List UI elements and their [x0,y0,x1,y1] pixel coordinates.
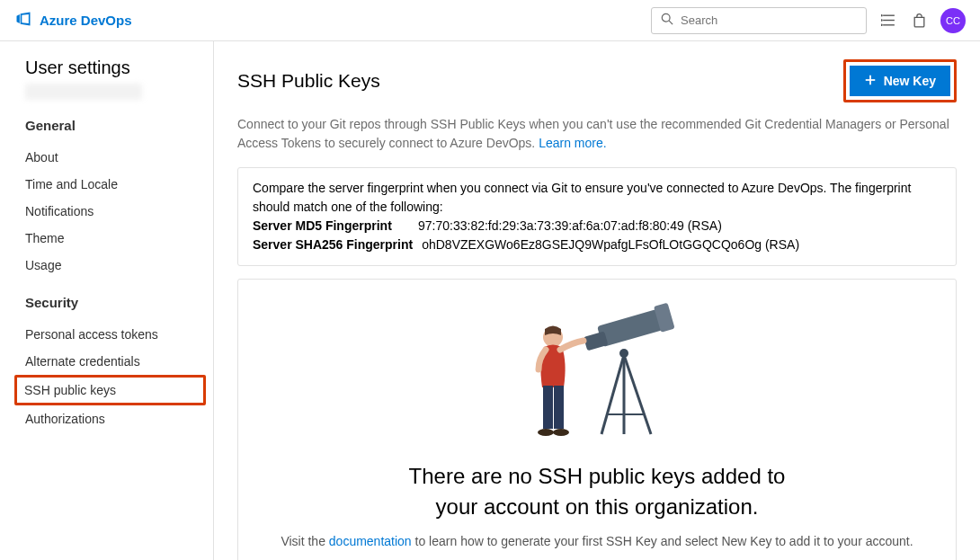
sidebar-item-usage[interactable]: Usage [25,252,213,279]
sidebar-item-about[interactable]: About [25,144,213,171]
sidebar-item-pat[interactable]: Personal access tokens [25,321,213,348]
plus-icon [864,74,877,89]
sidebar-section-security: Security [25,295,213,310]
svg-point-0 [662,13,670,22]
main-content: SSH Public Keys New Key Connect to your … [214,41,980,560]
svg-point-7 [881,24,882,25]
fingerprint-intro: Compare the server fingerprint when you … [253,179,941,217]
sidebar-title: User settings [25,58,213,78]
empty-title: There are no SSH public keys added toyou… [274,461,920,521]
search-icon [661,13,673,29]
user-avatar[interactable]: CC [940,8,966,33]
sidebar-item-authorizations[interactable]: Authorizations [25,405,213,432]
svg-rect-15 [584,331,608,351]
new-key-label: New Key [884,74,936,88]
svg-line-1 [669,21,673,24]
brand[interactable]: Azure DevOps [14,10,132,31]
topbar-right: CC [651,7,966,34]
list-view-icon[interactable] [879,12,897,30]
telescope-illustration-icon [512,299,682,447]
sidebar-item-time-locale[interactable]: Time and Locale [25,171,213,198]
sidebar-item-notifications[interactable]: Notifications [25,198,213,225]
new-key-highlight: New Key [843,59,957,102]
brand-text: Azure DevOps [40,13,132,28]
search-box[interactable] [651,7,867,34]
svg-point-5 [881,15,882,16]
sha256-label: Server SHA256 Fingerprint [253,236,413,254]
svg-line-10 [601,355,624,434]
svg-line-11 [624,355,651,434]
sidebar: User settings General About Time and Loc… [0,41,214,560]
svg-point-17 [619,349,628,358]
md5-label: Server MD5 Fingerprint [253,217,409,236]
documentation-link[interactable]: documentation [329,534,412,548]
page-title: SSH Public Keys [237,70,380,92]
learn-more-link[interactable]: Learn more. [539,136,606,150]
sidebar-item-alternate-credentials[interactable]: Alternate credentials [25,348,213,375]
empty-state: There are no SSH public keys added toyou… [237,279,957,560]
empty-subtitle: Visit the documentation to learn how to … [274,532,920,551]
sidebar-item-ssh-public-keys[interactable]: SSH public keys [24,383,196,397]
sidebar-section-general: General [25,118,213,133]
topbar: Azure DevOps CC [0,0,980,41]
svg-point-6 [881,20,882,21]
user-name-redacted [25,84,142,100]
page-subtitle: Connect to your Git repos through SSH Pu… [237,115,957,153]
azure-devops-logo-icon [14,10,32,31]
svg-rect-20 [554,386,564,429]
search-input[interactable] [681,13,857,27]
shopping-bag-icon[interactable] [910,12,928,30]
svg-point-21 [538,429,554,436]
new-key-button[interactable]: New Key [850,66,950,96]
md5-value: 97:70:33:82:fd:29:3a:73:39:af:6a:07:ad:f… [418,217,722,236]
fingerprint-box: Compare the server fingerprint when you … [237,167,957,266]
sidebar-item-theme[interactable]: Theme [25,225,213,252]
sidebar-item-ssh-highlight: SSH public keys [14,375,206,405]
svg-rect-19 [543,386,553,429]
sha256-value: ohD8VZEXGWo6Ez8GSEJQ9WpafgLFsOfLOtGGQCQo… [422,236,799,254]
svg-point-22 [553,429,569,436]
